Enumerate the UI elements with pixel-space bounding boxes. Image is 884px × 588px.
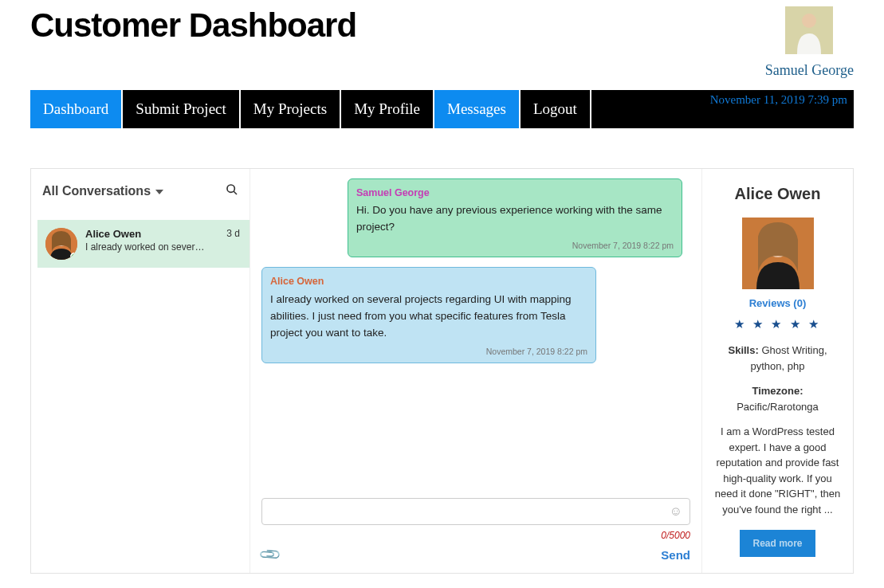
contact-skills: Skills: Ghost Writing, python, php <box>710 343 845 374</box>
conversation-time: 3 d <box>226 228 240 239</box>
message-input[interactable] <box>261 498 690 525</box>
char-count: 0/5000 <box>261 530 690 541</box>
message-text: I already worked on several projects reg… <box>270 292 587 342</box>
conversations-panel: All Conversations Alice Owen I already w… <box>31 169 250 573</box>
message-composer: ☺ 0/5000 📎 Send <box>261 386 690 563</box>
svg-point-1 <box>802 14 816 28</box>
search-icon[interactable] <box>226 183 238 199</box>
chat-panel: Samuel George Hi. Do you have any previo… <box>250 169 701 573</box>
star-rating: ★ ★ ★ ★ ★ <box>710 317 845 331</box>
conversation-name: Alice Owen <box>85 228 204 240</box>
message-time: November 7, 2019 8:22 pm <box>270 345 587 358</box>
message-incoming: Alice Owen I already worked on several p… <box>261 267 596 363</box>
svg-point-2 <box>227 185 234 192</box>
nav-my-profile[interactable]: My Profile <box>341 90 434 128</box>
page-title: Customer Dashboard <box>30 6 356 45</box>
conversations-filter[interactable]: All Conversations <box>42 184 163 198</box>
message-sender: Alice Owen <box>270 274 587 289</box>
nav-messages[interactable]: Messages <box>434 90 521 128</box>
svg-line-3 <box>234 191 237 194</box>
message-sender: Samuel George <box>356 186 674 201</box>
contact-name: Alice Owen <box>710 185 845 203</box>
read-more-button[interactable]: Read more <box>740 530 815 557</box>
send-button[interactable]: Send <box>661 548 690 562</box>
nav-logout[interactable]: Logout <box>521 90 591 128</box>
nav-my-projects[interactable]: My Projects <box>241 90 341 128</box>
page-timestamp: November 11, 2019 7:39 pm <box>710 93 847 107</box>
main-nav: Dashboard Submit Project My Projects My … <box>30 90 854 128</box>
presence-indicator <box>70 253 77 260</box>
nav-submit-project[interactable]: Submit Project <box>123 90 240 128</box>
conversation-avatar <box>45 228 77 260</box>
user-name: Samuel George <box>765 62 854 79</box>
message-text: Hi. Do you have any previous experience … <box>356 202 674 236</box>
contact-bio: I am a WordPress tested expert. I have a… <box>710 424 845 517</box>
contact-avatar <box>742 218 814 289</box>
message-outgoing: Samuel George Hi. Do you have any previo… <box>348 178 682 257</box>
user-avatar <box>785 6 833 54</box>
message-time: November 7, 2019 8:22 pm <box>356 239 674 252</box>
current-user-box[interactable]: Samuel George <box>765 6 854 79</box>
attachment-icon[interactable]: 📎 <box>257 542 282 566</box>
contact-details-panel: Alice Owen Reviews (0) ★ ★ ★ ★ ★ Skills:… <box>701 169 853 573</box>
emoji-icon[interactable]: ☺ <box>670 504 682 519</box>
contact-timezone: Timezone: Pacific/Rarotonga <box>710 383 845 414</box>
nav-dashboard[interactable]: Dashboard <box>30 90 123 128</box>
conversation-snippet: I already worked on sever… <box>85 241 204 253</box>
conversation-item[interactable]: Alice Owen I already worked on sever… 3 … <box>37 220 249 268</box>
reviews-link[interactable]: Reviews (0) <box>710 297 845 309</box>
